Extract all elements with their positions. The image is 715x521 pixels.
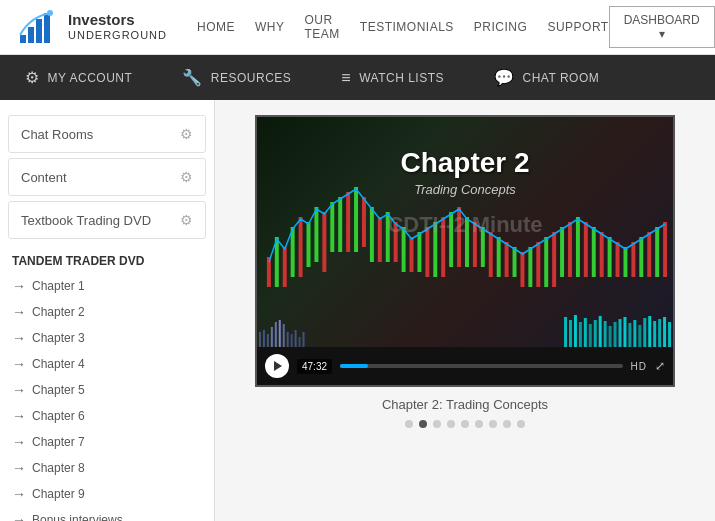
chapter-7-arrow-icon: → bbox=[12, 434, 26, 450]
svg-rect-76 bbox=[604, 321, 607, 347]
svg-rect-62 bbox=[283, 324, 285, 347]
secondary-navigation: ⚙ MY ACCOUNT 🔧 RESOURCES ≡ WATCH LISTS 💬… bbox=[0, 55, 715, 100]
logo-text: Investors Underground bbox=[68, 11, 167, 42]
chapter-6-item[interactable]: → Chapter 6 bbox=[0, 403, 214, 429]
chapter-5-arrow-icon: → bbox=[12, 382, 26, 398]
sec-nav-chat-room[interactable]: 💬 CHAT ROOM bbox=[469, 55, 624, 100]
chapter-3-label: Chapter 3 bbox=[32, 331, 85, 345]
sec-nav-watch-lists[interactable]: ≡ WATCH LISTS bbox=[316, 55, 469, 100]
sidebar-textbook-dvd-header[interactable]: Textbook Trading DVD ⚙ bbox=[9, 202, 205, 238]
svg-rect-60 bbox=[275, 322, 277, 347]
svg-rect-33 bbox=[489, 232, 493, 277]
bonus-interviews-label: Bonus interviews bbox=[32, 513, 123, 521]
svg-rect-68 bbox=[564, 317, 567, 347]
video-container: Chapter 2 Trading Concepts CDTI--2 Minut… bbox=[255, 115, 675, 387]
chapter-5-item[interactable]: → Chapter 5 bbox=[0, 377, 214, 403]
svg-rect-14 bbox=[338, 197, 342, 252]
chapter-2-item[interactable]: → Chapter 2 bbox=[0, 299, 214, 325]
content-gear-icon: ⚙ bbox=[180, 169, 193, 185]
nav-home[interactable]: HOME bbox=[197, 20, 235, 34]
nav-pricing[interactable]: PRICING bbox=[474, 20, 528, 34]
svg-rect-2 bbox=[36, 19, 42, 43]
volume-bars bbox=[257, 312, 673, 347]
list-icon: ≡ bbox=[341, 69, 351, 87]
pagination-dot-6[interactable] bbox=[489, 420, 497, 428]
pagination-dot-2[interactable] bbox=[433, 420, 441, 428]
tandem-trader-dvd-title: Tandem Trader DVD bbox=[0, 244, 214, 273]
gear-icon: ⚙ bbox=[25, 68, 40, 87]
logo-investors: Investors bbox=[68, 11, 167, 29]
svg-rect-56 bbox=[259, 332, 261, 347]
nav-our-team[interactable]: OUR TEAM bbox=[305, 13, 340, 41]
sec-nav-resources[interactable]: 🔧 RESOURCES bbox=[157, 55, 316, 100]
chat-icon: 💬 bbox=[494, 68, 515, 87]
svg-rect-50 bbox=[623, 247, 627, 277]
chapter-8-item[interactable]: → Chapter 8 bbox=[0, 455, 214, 481]
chapter-3-item[interactable]: → Chapter 3 bbox=[0, 325, 214, 351]
svg-rect-37 bbox=[520, 252, 524, 287]
svg-rect-52 bbox=[639, 237, 643, 277]
chapter-9-arrow-icon: → bbox=[12, 486, 26, 502]
svg-rect-57 bbox=[263, 330, 265, 347]
svg-rect-9 bbox=[299, 217, 303, 277]
chapter-4-item[interactable]: → Chapter 4 bbox=[0, 351, 214, 377]
svg-rect-43 bbox=[568, 222, 572, 277]
pagination-dot-5[interactable] bbox=[475, 420, 483, 428]
svg-rect-63 bbox=[287, 332, 289, 347]
video-subtitle: Trading Concepts bbox=[414, 182, 516, 197]
svg-rect-41 bbox=[552, 232, 556, 287]
logo-underground: Underground bbox=[68, 29, 167, 42]
svg-rect-0 bbox=[20, 35, 26, 43]
sidebar-section-chat-rooms[interactable]: Chat Rooms ⚙ bbox=[8, 115, 206, 153]
chapter-9-item[interactable]: → Chapter 9 bbox=[0, 481, 214, 507]
sidebar-section-content[interactable]: Content ⚙ bbox=[8, 158, 206, 196]
time-display: 47:32 bbox=[297, 359, 332, 374]
svg-rect-15 bbox=[346, 192, 350, 252]
nav-testimonials[interactable]: TESTIMONIALS bbox=[360, 20, 454, 34]
svg-rect-86 bbox=[653, 321, 656, 347]
nav-why[interactable]: WHY bbox=[255, 20, 285, 34]
svg-rect-53 bbox=[647, 232, 651, 277]
svg-rect-73 bbox=[589, 324, 592, 347]
pagination-dot-3[interactable] bbox=[447, 420, 455, 428]
pagination-dot-8[interactable] bbox=[517, 420, 525, 428]
chapter-8-label: Chapter 8 bbox=[32, 461, 85, 475]
chapter-1-label: Chapter 1 bbox=[32, 279, 85, 293]
chapter-7-item[interactable]: → Chapter 7 bbox=[0, 429, 214, 455]
svg-rect-36 bbox=[513, 247, 517, 277]
sidebar-chat-rooms-header[interactable]: Chat Rooms ⚙ bbox=[9, 116, 205, 152]
svg-rect-85 bbox=[648, 316, 651, 347]
sidebar-section-textbook-dvd[interactable]: Textbook Trading DVD ⚙ bbox=[8, 201, 206, 239]
svg-rect-49 bbox=[616, 242, 620, 277]
top-navigation: Investors Underground HOME WHY OUR TEAM … bbox=[0, 0, 715, 55]
bonus-interviews-item[interactable]: → Bonus interviews bbox=[0, 507, 214, 521]
svg-rect-35 bbox=[505, 242, 509, 277]
chapter-2-label: Chapter 2 bbox=[32, 305, 85, 319]
main-content: Chat Rooms ⚙ Content ⚙ Textbook Trading … bbox=[0, 100, 715, 521]
video-area: Chapter 2 Trading Concepts CDTI--2 Minut… bbox=[215, 100, 715, 521]
logo[interactable]: Investors Underground bbox=[15, 7, 167, 47]
sec-nav-my-account[interactable]: ⚙ MY ACCOUNT bbox=[0, 55, 157, 100]
svg-rect-84 bbox=[643, 318, 646, 347]
dashboard-button[interactable]: DASHBOARD ▾ bbox=[609, 6, 715, 48]
svg-rect-39 bbox=[536, 242, 540, 287]
chapter-7-label: Chapter 7 bbox=[32, 435, 85, 449]
nav-support[interactable]: SUPPORT bbox=[547, 20, 608, 34]
pagination-dot-4[interactable] bbox=[461, 420, 469, 428]
fullscreen-icon[interactable]: ⤢ bbox=[655, 359, 665, 373]
chapter-3-arrow-icon: → bbox=[12, 330, 26, 346]
pagination-dot-1[interactable] bbox=[419, 420, 427, 428]
play-button[interactable] bbox=[265, 354, 289, 378]
svg-rect-12 bbox=[322, 212, 326, 272]
chapter-4-arrow-icon: → bbox=[12, 356, 26, 372]
video-caption: Chapter 2: Trading Concepts bbox=[382, 397, 548, 412]
textbook-dvd-label: Textbook Trading DVD bbox=[21, 213, 151, 228]
pagination-dot-0[interactable] bbox=[405, 420, 413, 428]
svg-rect-67 bbox=[303, 332, 305, 347]
chapter-1-item[interactable]: → Chapter 1 bbox=[0, 273, 214, 299]
progress-bar[interactable] bbox=[340, 364, 623, 368]
svg-rect-80 bbox=[623, 317, 626, 347]
sidebar-content-header[interactable]: Content ⚙ bbox=[9, 159, 205, 195]
wrench-icon: 🔧 bbox=[182, 68, 203, 87]
pagination-dot-7[interactable] bbox=[503, 420, 511, 428]
